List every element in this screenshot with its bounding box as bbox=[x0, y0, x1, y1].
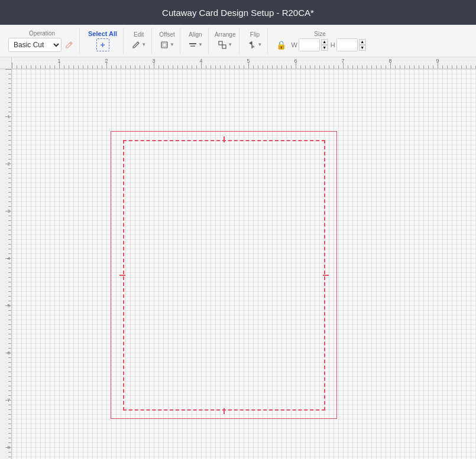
height-down[interactable]: ▼ bbox=[359, 45, 366, 51]
ruler-corner bbox=[0, 57, 12, 69]
size-label: Size bbox=[314, 31, 325, 37]
arrange-group: Arrange ▼ bbox=[211, 28, 240, 54]
flip-btn[interactable]: ▼ bbox=[245, 39, 264, 51]
tick-top bbox=[224, 136, 225, 142]
width-spinner: ▲ ▼ bbox=[321, 39, 328, 51]
width-input[interactable] bbox=[299, 38, 320, 51]
align-btn[interactable]: ▼ bbox=[186, 39, 205, 51]
tick-left bbox=[119, 275, 125, 276]
svg-rect-2 bbox=[189, 43, 196, 44]
grid-area[interactable] bbox=[12, 69, 476, 459]
svg-rect-3 bbox=[190, 45, 195, 47]
width-up[interactable]: ▲ bbox=[321, 39, 328, 45]
app-title: Cutaway Card Design Setup - R20CA* bbox=[162, 8, 314, 18]
select-all-group[interactable]: Select All + bbox=[82, 28, 124, 54]
card-outer-border bbox=[111, 131, 337, 419]
operation-label: Operation bbox=[29, 30, 55, 37]
operation-select[interactable]: Basic Cut Score Engrave Print then Cut bbox=[8, 38, 61, 52]
width-down[interactable]: ▼ bbox=[321, 45, 328, 51]
select-all-label: Select All bbox=[88, 30, 117, 37]
operation-control: Basic Cut Score Engrave Print then Cut bbox=[8, 38, 76, 52]
edit-group: Edit ▼ bbox=[126, 28, 152, 54]
height-input[interactable] bbox=[336, 38, 358, 51]
tick-right bbox=[323, 275, 329, 276]
width-label: W bbox=[291, 41, 297, 48]
arrange-btn[interactable]: ▼ bbox=[216, 39, 234, 51]
offset-label: Offset bbox=[159, 31, 175, 38]
height-up[interactable]: ▲ bbox=[359, 39, 366, 45]
title-bar: Cutaway Card Design Setup - R20CA* bbox=[0, 0, 476, 25]
ruler-vertical: 12345678 bbox=[0, 69, 12, 459]
canvas-container[interactable]: 123456789 12345678 bbox=[0, 57, 476, 459]
operation-edit-icon[interactable] bbox=[63, 38, 76, 51]
svg-rect-4 bbox=[219, 41, 222, 45]
lock-icon[interactable]: 🔒 bbox=[274, 39, 289, 51]
edit-btn[interactable]: ▼ bbox=[129, 39, 148, 51]
toolbar: Operation Basic Cut Score Engrave Print … bbox=[0, 25, 476, 57]
width-group: W ▲ ▼ bbox=[291, 38, 328, 51]
height-group: H ▲ ▼ bbox=[331, 38, 366, 51]
ruler-horizontal: 123456789 bbox=[12, 57, 476, 69]
tick-bottom bbox=[224, 408, 225, 414]
select-all-icon[interactable]: + bbox=[96, 38, 109, 51]
flip-group: Flip ▼ bbox=[242, 28, 268, 54]
edit-label: Edit bbox=[134, 31, 144, 38]
size-group: Size 🔒 W ▲ ▼ H ▲ ▼ bbox=[270, 28, 369, 54]
svg-rect-5 bbox=[222, 45, 226, 48]
arrange-label: Arrange bbox=[215, 31, 236, 38]
svg-rect-1 bbox=[163, 43, 166, 47]
align-label: Align bbox=[189, 31, 202, 38]
operation-group: Operation Basic Cut Score Engrave Print … bbox=[5, 28, 80, 54]
align-group: Align ▼ bbox=[183, 28, 209, 54]
height-label: H bbox=[331, 41, 335, 48]
offset-btn[interactable]: ▼ bbox=[158, 39, 176, 51]
height-spinner: ▲ ▼ bbox=[359, 39, 366, 51]
flip-label: Flip bbox=[250, 31, 260, 38]
card-inner-border bbox=[123, 140, 325, 411]
offset-group: Offset ▼ bbox=[154, 28, 180, 54]
